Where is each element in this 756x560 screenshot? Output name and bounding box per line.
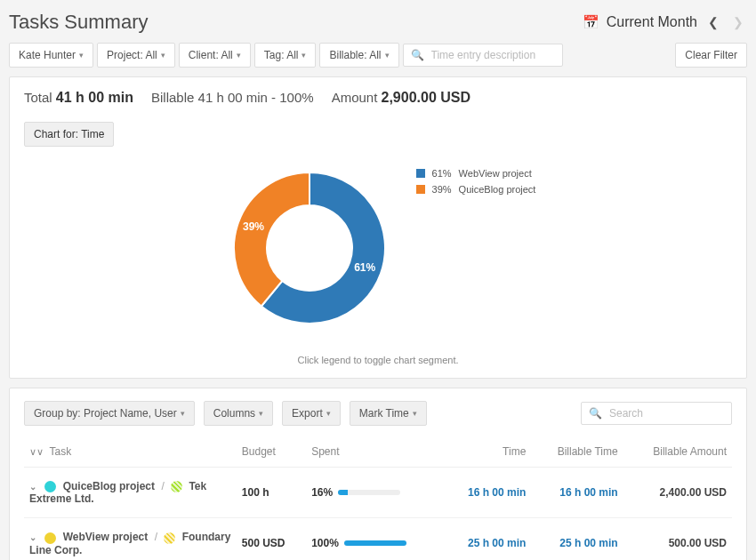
project-name: QuiceBlog project (63, 480, 155, 492)
chevron-down-icon: ▾ (413, 409, 417, 418)
spent-progress (338, 490, 400, 495)
period-selector[interactable]: Current Month (607, 14, 697, 30)
row-expand-button[interactable]: ⌄ (29, 482, 36, 492)
col-task: Task (49, 445, 71, 458)
legend-swatch (416, 169, 425, 178)
chevron-down-icon: ▾ (302, 51, 306, 60)
export-label: Export (292, 407, 323, 420)
filter-search-wrap: 🔍 (403, 44, 563, 67)
table-row: ⌄ QuiceBlog project / Tek Extreme Ltd. 1… (24, 468, 732, 518)
filter-project-label: Project: All (107, 49, 157, 61)
page-title: Tasks Summary (9, 11, 148, 34)
spent-progress (344, 540, 406, 546)
summary-line: Total 41 h 00 min Billable 41 h 00 min -… (24, 90, 732, 106)
billable-time-link[interactable]: 16 h 00 min (559, 486, 617, 499)
separator: / (155, 531, 157, 543)
chevron-down-icon: ▾ (181, 409, 185, 418)
total-value: 41 h 00 min (56, 90, 133, 105)
columns-label: Columns (213, 407, 255, 420)
filter-client[interactable]: Client: All▾ (179, 43, 251, 68)
tasks-table: ∨∨ Task Budget Spent Time Billable Time … (24, 436, 732, 560)
columns-button[interactable]: Columns▾ (204, 401, 273, 426)
chevron-down-icon: ▾ (161, 51, 165, 60)
legend-pct: 39% (432, 184, 452, 195)
legend-label: WebView project (459, 168, 532, 179)
billable-time-link[interactable]: 25 h 00 min (559, 537, 617, 549)
project-swatch (44, 481, 56, 492)
filter-tag-label: Tag: All (264, 49, 299, 61)
client-swatch (164, 532, 175, 544)
period-prev-button[interactable]: ❮ (704, 15, 722, 29)
separator: / (161, 480, 164, 492)
clear-filter-button[interactable]: Clear Filter (675, 43, 747, 68)
spent-pct: 100% (311, 537, 339, 549)
client-swatch (171, 481, 182, 492)
time-link[interactable]: 25 h 00 min (468, 537, 526, 549)
filter-user[interactable]: Kate Hunter▾ (9, 43, 93, 68)
billable-label: Billable (151, 90, 194, 105)
table-search-input[interactable] (607, 406, 724, 420)
table-search-wrap: 🔍 (581, 402, 732, 425)
project-name: WebView project (63, 531, 149, 543)
time-link[interactable]: 16 h 00 min (468, 486, 526, 499)
billable-value: 41 h 00 min - 100% (198, 90, 314, 105)
col-budget: Budget (237, 436, 306, 468)
export-button[interactable]: Export▾ (282, 401, 341, 426)
filter-billable-label: Billable: All (329, 49, 381, 61)
table-panel: Group by: Project Name, User▾ Columns▾ E… (9, 388, 747, 560)
budget-cell: 100 h (237, 468, 306, 518)
legend-item[interactable]: 61% WebView project (416, 168, 536, 179)
budget-cell: 500 USD (237, 518, 306, 560)
chevron-down-icon: ▾ (385, 51, 390, 60)
spent-pct: 16% (311, 486, 333, 499)
period-next-button[interactable]: ❯ (729, 15, 747, 29)
filter-project[interactable]: Project: All▾ (97, 43, 175, 68)
col-time: Time (442, 436, 531, 468)
legend-swatch (416, 185, 425, 194)
chart-legend: 61% WebView project 39% QuiceBlog projec… (416, 168, 536, 200)
col-billable-amount: Billable Amount (623, 436, 732, 468)
chart-mode-button[interactable]: Chart for: Time (24, 122, 114, 147)
legend-item[interactable]: 39% QuiceBlog project (416, 184, 536, 195)
chevron-down-icon: ▾ (259, 409, 263, 418)
col-spent: Spent (306, 436, 442, 468)
mark-time-button[interactable]: Mark Time▾ (350, 401, 427, 426)
group-by-button[interactable]: Group by: Project Name, User▾ (24, 401, 195, 426)
filter-search-input[interactable] (430, 48, 555, 62)
expand-all-button[interactable]: ∨∨ (29, 446, 44, 457)
chevron-down-icon: ▾ (237, 51, 241, 60)
mark-time-label: Mark Time (359, 407, 409, 420)
filter-tag[interactable]: Tag: All▾ (254, 43, 317, 68)
amount-value: 2,900.00 USD (382, 90, 471, 105)
calendar-icon: 📅 (583, 14, 599, 30)
filter-client-label: Client: All (189, 49, 233, 61)
chevron-down-icon: ▾ (326, 409, 331, 418)
total-label: Total (24, 90, 52, 105)
project-swatch (44, 532, 56, 544)
row-expand-button[interactable]: ⌄ (29, 532, 36, 542)
table-row: ⌄ WebView project / Foundary Line Corp. … (24, 518, 732, 560)
amount-label: Amount (332, 90, 378, 105)
chart-caption: Click legend to toggle chart segment. (24, 355, 732, 365)
chevron-down-icon: ▾ (79, 51, 84, 60)
search-icon: 🔍 (411, 49, 424, 61)
legend-label: QuiceBlog project (459, 184, 536, 195)
group-by-label: Group by: Project Name, User (34, 407, 177, 420)
donut-chart: 61% 39% (221, 159, 398, 337)
billable-amount: 500.00 USD (669, 537, 727, 549)
summary-panel: Total 41 h 00 min Billable 41 h 00 min -… (9, 76, 747, 379)
col-billable-time: Billable Time (531, 436, 623, 468)
filter-billable[interactable]: Billable: All▾ (319, 43, 398, 68)
legend-pct: 61% (432, 168, 452, 179)
billable-amount: 2,400.00 USD (660, 486, 727, 499)
filter-user-label: Kate Hunter (19, 49, 76, 61)
search-icon: 🔍 (589, 407, 602, 420)
